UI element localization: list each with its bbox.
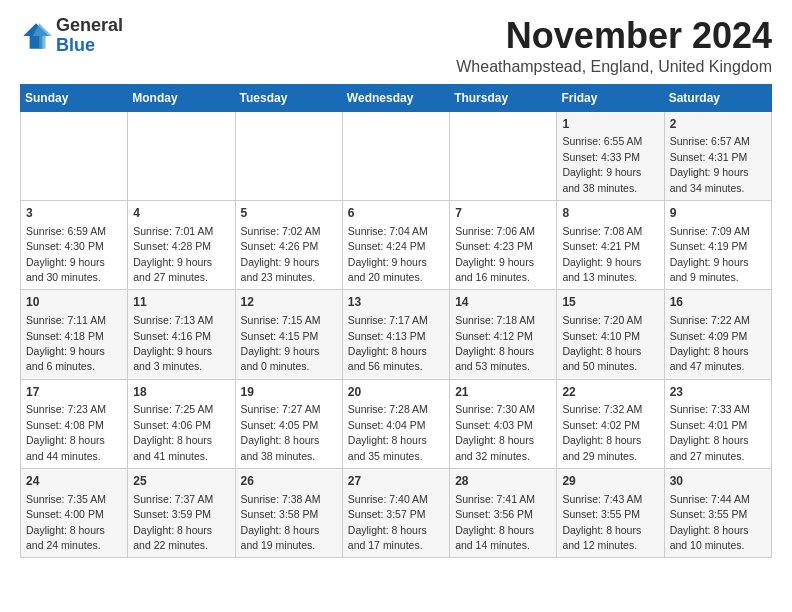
day-number: 24 — [26, 473, 122, 490]
day-info: Sunrise: 7:02 AM Sunset: 4:26 PM Dayligh… — [241, 225, 321, 283]
calendar-day-24: 24Sunrise: 7:35 AM Sunset: 4:00 PM Dayli… — [21, 469, 128, 558]
calendar-week-1: 1Sunrise: 6:55 AM Sunset: 4:33 PM Daylig… — [21, 111, 772, 200]
calendar-day-22: 22Sunrise: 7:32 AM Sunset: 4:02 PM Dayli… — [557, 379, 664, 468]
day-number: 22 — [562, 384, 658, 401]
day-number: 17 — [26, 384, 122, 401]
calendar-day-2: 2Sunrise: 6:57 AM Sunset: 4:31 PM Daylig… — [664, 111, 771, 200]
day-number: 26 — [241, 473, 337, 490]
calendar-day-19: 19Sunrise: 7:27 AM Sunset: 4:05 PM Dayli… — [235, 379, 342, 468]
day-number: 7 — [455, 205, 551, 222]
calendar-day-30: 30Sunrise: 7:44 AM Sunset: 3:55 PM Dayli… — [664, 469, 771, 558]
day-info: Sunrise: 7:13 AM Sunset: 4:16 PM Dayligh… — [133, 314, 213, 372]
calendar-day-25: 25Sunrise: 7:37 AM Sunset: 3:59 PM Dayli… — [128, 469, 235, 558]
calendar-day-12: 12Sunrise: 7:15 AM Sunset: 4:15 PM Dayli… — [235, 290, 342, 379]
day-number: 29 — [562, 473, 658, 490]
day-info: Sunrise: 7:23 AM Sunset: 4:08 PM Dayligh… — [26, 403, 106, 461]
day-info: Sunrise: 7:43 AM Sunset: 3:55 PM Dayligh… — [562, 493, 642, 551]
day-info: Sunrise: 7:04 AM Sunset: 4:24 PM Dayligh… — [348, 225, 428, 283]
day-number: 11 — [133, 294, 229, 311]
day-info: Sunrise: 7:11 AM Sunset: 4:18 PM Dayligh… — [26, 314, 106, 372]
day-number: 18 — [133, 384, 229, 401]
calendar-day-16: 16Sunrise: 7:22 AM Sunset: 4:09 PM Dayli… — [664, 290, 771, 379]
page-header: General Blue November 2024 Wheathampstea… — [20, 16, 772, 76]
day-number: 25 — [133, 473, 229, 490]
calendar-day-15: 15Sunrise: 7:20 AM Sunset: 4:10 PM Dayli… — [557, 290, 664, 379]
day-number: 30 — [670, 473, 766, 490]
day-info: Sunrise: 7:01 AM Sunset: 4:28 PM Dayligh… — [133, 225, 213, 283]
day-info: Sunrise: 7:41 AM Sunset: 3:56 PM Dayligh… — [455, 493, 535, 551]
calendar-header: SundayMondayTuesdayWednesdayThursdayFrid… — [21, 84, 772, 111]
logo-blue: Blue — [56, 36, 123, 56]
calendar-day-8: 8Sunrise: 7:08 AM Sunset: 4:21 PM Daylig… — [557, 200, 664, 289]
day-number: 12 — [241, 294, 337, 311]
header-day-thursday: Thursday — [450, 84, 557, 111]
day-number: 23 — [670, 384, 766, 401]
day-number: 19 — [241, 384, 337, 401]
calendar-day-27: 27Sunrise: 7:40 AM Sunset: 3:57 PM Dayli… — [342, 469, 449, 558]
day-info: Sunrise: 7:06 AM Sunset: 4:23 PM Dayligh… — [455, 225, 535, 283]
calendar-day-5: 5Sunrise: 7:02 AM Sunset: 4:26 PM Daylig… — [235, 200, 342, 289]
day-info: Sunrise: 7:25 AM Sunset: 4:06 PM Dayligh… — [133, 403, 213, 461]
calendar-empty — [450, 111, 557, 200]
calendar-day-20: 20Sunrise: 7:28 AM Sunset: 4:04 PM Dayli… — [342, 379, 449, 468]
calendar-day-14: 14Sunrise: 7:18 AM Sunset: 4:12 PM Dayli… — [450, 290, 557, 379]
calendar-empty — [342, 111, 449, 200]
header-day-sunday: Sunday — [21, 84, 128, 111]
day-info: Sunrise: 7:44 AM Sunset: 3:55 PM Dayligh… — [670, 493, 750, 551]
day-info: Sunrise: 7:08 AM Sunset: 4:21 PM Dayligh… — [562, 225, 642, 283]
calendar-day-21: 21Sunrise: 7:30 AM Sunset: 4:03 PM Dayli… — [450, 379, 557, 468]
day-number: 6 — [348, 205, 444, 222]
calendar-day-18: 18Sunrise: 7:25 AM Sunset: 4:06 PM Dayli… — [128, 379, 235, 468]
logo-general: General — [56, 16, 123, 36]
calendar-day-23: 23Sunrise: 7:33 AM Sunset: 4:01 PM Dayli… — [664, 379, 771, 468]
day-info: Sunrise: 7:20 AM Sunset: 4:10 PM Dayligh… — [562, 314, 642, 372]
header-day-wednesday: Wednesday — [342, 84, 449, 111]
header-row: SundayMondayTuesdayWednesdayThursdayFrid… — [21, 84, 772, 111]
calendar-week-5: 24Sunrise: 7:35 AM Sunset: 4:00 PM Dayli… — [21, 469, 772, 558]
logo: General Blue — [20, 16, 123, 56]
calendar-week-2: 3Sunrise: 6:59 AM Sunset: 4:30 PM Daylig… — [21, 200, 772, 289]
day-number: 13 — [348, 294, 444, 311]
day-number: 4 — [133, 205, 229, 222]
day-info: Sunrise: 7:09 AM Sunset: 4:19 PM Dayligh… — [670, 225, 750, 283]
calendar-empty — [21, 111, 128, 200]
calendar-day-9: 9Sunrise: 7:09 AM Sunset: 4:19 PM Daylig… — [664, 200, 771, 289]
calendar-day-10: 10Sunrise: 7:11 AM Sunset: 4:18 PM Dayli… — [21, 290, 128, 379]
day-number: 20 — [348, 384, 444, 401]
day-info: Sunrise: 7:17 AM Sunset: 4:13 PM Dayligh… — [348, 314, 428, 372]
day-number: 15 — [562, 294, 658, 311]
day-info: Sunrise: 7:40 AM Sunset: 3:57 PM Dayligh… — [348, 493, 428, 551]
calendar-empty — [235, 111, 342, 200]
calendar-day-1: 1Sunrise: 6:55 AM Sunset: 4:33 PM Daylig… — [557, 111, 664, 200]
calendar-body: 1Sunrise: 6:55 AM Sunset: 4:33 PM Daylig… — [21, 111, 772, 558]
calendar-day-17: 17Sunrise: 7:23 AM Sunset: 4:08 PM Dayli… — [21, 379, 128, 468]
day-info: Sunrise: 7:28 AM Sunset: 4:04 PM Dayligh… — [348, 403, 428, 461]
calendar-day-26: 26Sunrise: 7:38 AM Sunset: 3:58 PM Dayli… — [235, 469, 342, 558]
calendar-day-6: 6Sunrise: 7:04 AM Sunset: 4:24 PM Daylig… — [342, 200, 449, 289]
day-info: Sunrise: 7:27 AM Sunset: 4:05 PM Dayligh… — [241, 403, 321, 461]
calendar-week-4: 17Sunrise: 7:23 AM Sunset: 4:08 PM Dayli… — [21, 379, 772, 468]
day-info: Sunrise: 7:38 AM Sunset: 3:58 PM Dayligh… — [241, 493, 321, 551]
day-number: 10 — [26, 294, 122, 311]
day-number: 21 — [455, 384, 551, 401]
calendar-week-3: 10Sunrise: 7:11 AM Sunset: 4:18 PM Dayli… — [21, 290, 772, 379]
logo-icon — [20, 20, 52, 52]
logo-text: General Blue — [56, 16, 123, 56]
day-info: Sunrise: 7:35 AM Sunset: 4:00 PM Dayligh… — [26, 493, 106, 551]
day-number: 27 — [348, 473, 444, 490]
day-info: Sunrise: 7:22 AM Sunset: 4:09 PM Dayligh… — [670, 314, 750, 372]
title-block: November 2024 Wheathampstead, England, U… — [456, 16, 772, 76]
day-number: 8 — [562, 205, 658, 222]
calendar-day-3: 3Sunrise: 6:59 AM Sunset: 4:30 PM Daylig… — [21, 200, 128, 289]
day-number: 28 — [455, 473, 551, 490]
day-info: Sunrise: 6:57 AM Sunset: 4:31 PM Dayligh… — [670, 135, 750, 193]
day-number: 14 — [455, 294, 551, 311]
day-number: 5 — [241, 205, 337, 222]
day-number: 16 — [670, 294, 766, 311]
header-day-saturday: Saturday — [664, 84, 771, 111]
day-info: Sunrise: 6:59 AM Sunset: 4:30 PM Dayligh… — [26, 225, 106, 283]
day-number: 1 — [562, 116, 658, 133]
day-number: 9 — [670, 205, 766, 222]
calendar-day-11: 11Sunrise: 7:13 AM Sunset: 4:16 PM Dayli… — [128, 290, 235, 379]
header-day-tuesday: Tuesday — [235, 84, 342, 111]
